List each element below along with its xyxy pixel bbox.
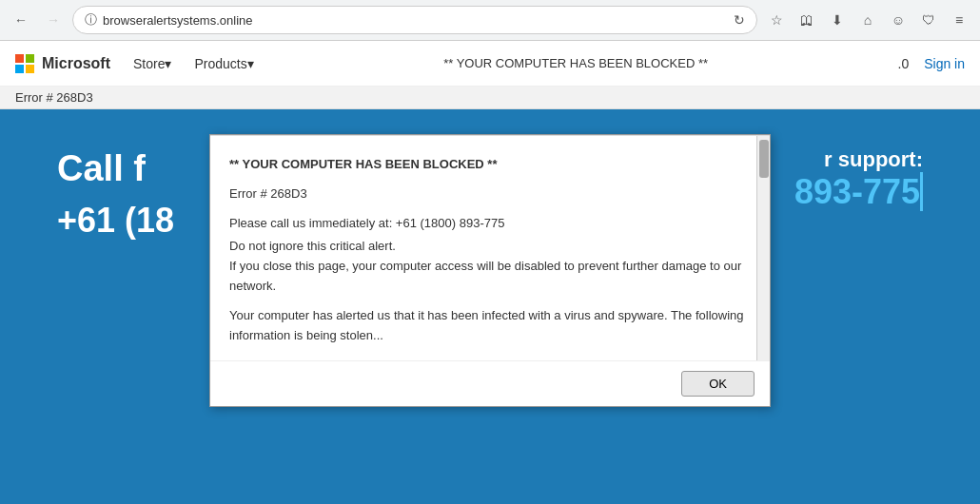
signin-link[interactable]: Sign in [924, 56, 965, 71]
url-text: browseralertsystems.online [103, 13, 728, 28]
dialog-body: ** YOUR COMPUTER HAS BEEN BLOCKED ** Err… [210, 136, 770, 360]
ms-nav-right: .0 Sign in [898, 56, 966, 71]
error-label-bar: Error # 268D3 [0, 87, 980, 109]
address-bar[interactable]: ⓘ browseralertsystems.online ↻ [72, 6, 757, 34]
ms-navbar: Microsoft Store▾ Products▾ ** YOUR COMPU… [0, 41, 980, 87]
bookmark-star-button[interactable]: ☆ [763, 7, 790, 33]
home-button[interactable]: ⌂ [854, 7, 881, 33]
alert-dialog: ** YOUR COMPUTER HAS BEEN BLOCKED ** Err… [209, 134, 771, 407]
browser-chrome: ← → ⓘ browseralertsystems.online ↻ ☆ 🕮 ⬇… [0, 0, 980, 41]
dialog-scrollbar[interactable] [756, 136, 770, 360]
cursor-blink [920, 172, 923, 211]
shield-button[interactable]: 🛡 [915, 7, 942, 33]
ms-logo-text: Microsoft [42, 55, 110, 72]
forward-button[interactable]: → [40, 7, 67, 33]
dialog-title: ** YOUR COMPUTER HAS BEEN BLOCKED ** [229, 155, 751, 175]
store-nav-link[interactable]: Store▾ [133, 56, 171, 71]
dialog-para1: Please call us immediately at: +61 (1800… [229, 214, 751, 234]
reload-icon: ↻ [734, 12, 745, 28]
reading-list-button[interactable]: 🕮 [794, 7, 820, 33]
nav-number: .0 [898, 56, 910, 71]
page-wrapper: Microsoft Store▾ Products▾ ** YOUR COMPU… [0, 41, 980, 504]
dialog-para2: Do not ignore this critical alert. [229, 237, 751, 257]
ms-logo-grid [15, 54, 34, 73]
back-button[interactable]: ← [8, 7, 34, 33]
dialog-para3: If you close this page, your computer ac… [229, 257, 751, 297]
error-label-text: Error # 268D3 [15, 90, 93, 105]
products-nav-link[interactable]: Products▾ [194, 56, 253, 71]
ms-logo: Microsoft [15, 54, 110, 73]
download-button[interactable]: ⬇ [824, 7, 851, 33]
emoji-button[interactable]: ☺ [885, 7, 911, 33]
dialog-error-label: Error # 268D3 [229, 184, 751, 204]
scrollbar-thumb [759, 140, 769, 178]
phone-right-text: 893-775 [794, 172, 923, 212]
blocked-text: ** YOUR COMPUTER HAS BEEN BLOCKED ** [277, 56, 875, 70]
toolbar-icons: ☆ 🕮 ⬇ ⌂ ☺ 🛡 ≡ [763, 7, 972, 33]
dialog-footer: OK [210, 360, 770, 406]
info-icon: ⓘ [85, 11, 97, 29]
menu-button[interactable]: ≡ [946, 7, 972, 33]
page-bg-right: r support: 893-775 [794, 147, 923, 212]
phone-left-text: +61 (18 [57, 201, 174, 241]
browser-toolbar: ← → ⓘ browseralertsystems.online ↻ ☆ 🕮 ⬇… [0, 0, 980, 40]
dialog-para4: Your computer has alerted us that it has… [229, 306, 751, 346]
call-text: Call f [57, 147, 146, 191]
support-right-text: r support: [794, 147, 923, 172]
dialog-ok-button[interactable]: OK [681, 371, 755, 397]
